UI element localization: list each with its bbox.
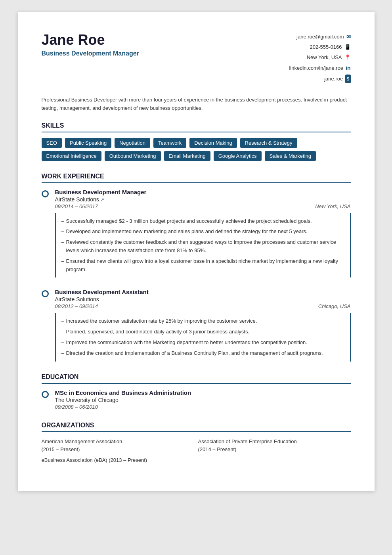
education-title: EDUCATION xyxy=(42,373,351,384)
skills-row-2: Emotional IntelligenceOutbound Marketing… xyxy=(42,151,351,161)
skill-tag: Outbound Marketing xyxy=(105,151,161,161)
header-section: Jane Roe Business Development Manager ja… xyxy=(42,32,351,84)
education-section: EDUCATION MSc in Economics and Business … xyxy=(42,373,351,410)
skill-tag: Public Speaking xyxy=(65,138,111,148)
work-bullet: Reviewed constantly the customer feedbac… xyxy=(62,238,344,255)
skill-tag: Sales & Marketing xyxy=(265,151,316,161)
work-section: WORK EXPERIENCE Business Development Man… xyxy=(42,173,351,362)
work-content: Business Development AssistantAirState S… xyxy=(55,289,351,361)
skill-tag: Teamwork xyxy=(153,138,186,148)
work-job-title: Business Development Assistant xyxy=(55,289,351,295)
edu-school: The University of Chicago xyxy=(55,397,191,403)
work-bullet: Planned, supervised, and coordinated dai… xyxy=(62,328,344,336)
work-items: Business Development ManagerAirState Sol… xyxy=(42,189,351,362)
skill-tag: Google Analytics xyxy=(214,151,262,161)
job-title: Business Development Manager xyxy=(42,50,139,57)
portfolio-icon: S xyxy=(345,75,350,83)
skills-section: SKILLS SEOPublic SpeakingNegotiationTeam… xyxy=(42,122,351,161)
work-bullet: Improved the communication with the Mark… xyxy=(62,339,344,347)
edu-degree: MSc in Economics and Business Administra… xyxy=(55,389,191,396)
skill-tag: Research & Strategy xyxy=(240,138,297,148)
full-name: Jane Roe xyxy=(42,32,139,48)
linkedin-icon: in xyxy=(346,63,350,74)
work-location: New York, USA xyxy=(315,203,350,209)
org-item: American Management Association(2015 – P… xyxy=(42,438,194,454)
org-item: Association of Private Enterprise Educat… xyxy=(198,438,351,454)
edu-item: MSc in Economics and Business Administra… xyxy=(42,389,351,410)
skill-tag: SEO xyxy=(42,138,62,148)
summary-text: Professional Business Developer with mor… xyxy=(42,96,351,113)
email-text: jane.roe@gmail.com xyxy=(296,32,344,42)
edu-dates: 09/2008 – 06/2010 xyxy=(55,404,191,410)
work-job-title: Business Development Manager xyxy=(55,189,351,195)
edu-items: MSc in Economics and Business Administra… xyxy=(42,389,351,410)
phone-row: 202-555-0166 📱 xyxy=(289,42,350,52)
org-grid: American Management Association(2015 – P… xyxy=(42,438,351,454)
work-bullet: Increased the customer satisfaction rate… xyxy=(62,317,344,325)
skill-tag: Email Marketing xyxy=(164,151,210,161)
work-location: Chicago, USA xyxy=(318,303,351,309)
timeline-circle xyxy=(42,190,49,197)
organizations-section: ORGANIZATIONS American Management Associ… xyxy=(42,422,351,463)
work-content: Business Development ManagerAirState Sol… xyxy=(55,189,351,278)
timeline-circle xyxy=(42,290,49,297)
contact-info: jane.roe@gmail.com ✉ 202-555-0166 📱 New … xyxy=(289,32,350,84)
org-title: ORGANIZATIONS xyxy=(42,422,351,432)
skill-tag: Negotiation xyxy=(115,138,150,148)
location-icon: 📍 xyxy=(344,52,351,63)
skills-title: SKILLS xyxy=(42,122,351,132)
external-link-icon[interactable]: ↗ xyxy=(99,197,104,203)
work-bullets: Successfully managed $2 - 3 million budg… xyxy=(55,213,351,278)
work-company: AirState Solutions ↗ xyxy=(55,196,351,203)
skill-tag: Emotional Intelligence xyxy=(42,151,101,161)
linkedin-row: linkedin.com/in/jane.roe in xyxy=(289,63,350,74)
work-bullets: Increased the customer satisfaction rate… xyxy=(55,313,351,361)
work-item: Business Development AssistantAirState S… xyxy=(42,289,351,361)
phone-text: 202-555-0166 xyxy=(310,42,342,52)
work-item: Business Development ManagerAirState Sol… xyxy=(42,189,351,278)
header-left: Jane Roe Business Development Manager xyxy=(42,32,139,57)
edu-timeline-circle xyxy=(42,391,49,398)
edu-content: MSc in Economics and Business Administra… xyxy=(55,389,191,410)
work-dates: 09/2014 – 06/2017 xyxy=(55,203,98,209)
work-meta: 09/2014 – 06/2017New York, USA xyxy=(55,203,351,209)
resume-container: Jane Roe Business Development Manager ja… xyxy=(18,12,375,491)
work-bullet: Developed and implemented new marketing … xyxy=(62,228,344,236)
work-bullet: Successfully managed $2 - 3 million budg… xyxy=(62,217,344,226)
email-icon: ✉ xyxy=(346,32,351,42)
portfolio-text: jane.roe xyxy=(324,74,343,84)
phone-icon: 📱 xyxy=(344,42,351,52)
linkedin-text: linkedin.com/in/jane.roe xyxy=(289,63,343,73)
work-company: AirState Solutions xyxy=(55,296,351,302)
skill-tag: Decision Making xyxy=(189,138,237,148)
work-bullet: Directed the creation and implementation… xyxy=(62,349,344,358)
skills-row-1: SEOPublic SpeakingNegotiationTeamworkDec… xyxy=(42,138,351,148)
work-title: WORK EXPERIENCE xyxy=(42,173,351,183)
location-row: New York, USA 📍 xyxy=(289,52,350,63)
work-dates: 08/2012 – 09/2014 xyxy=(55,303,98,309)
org-single: eBusiness Association (eBA) (2013 – Pres… xyxy=(42,457,351,463)
work-bullet: Ensured that new clients will grow into … xyxy=(62,257,344,274)
location-text: New York, USA xyxy=(307,52,342,63)
work-meta: 08/2012 – 09/2014Chicago, USA xyxy=(55,303,351,309)
portfolio-row: jane.roe S xyxy=(289,74,350,84)
email-row: jane.roe@gmail.com ✉ xyxy=(289,32,350,42)
